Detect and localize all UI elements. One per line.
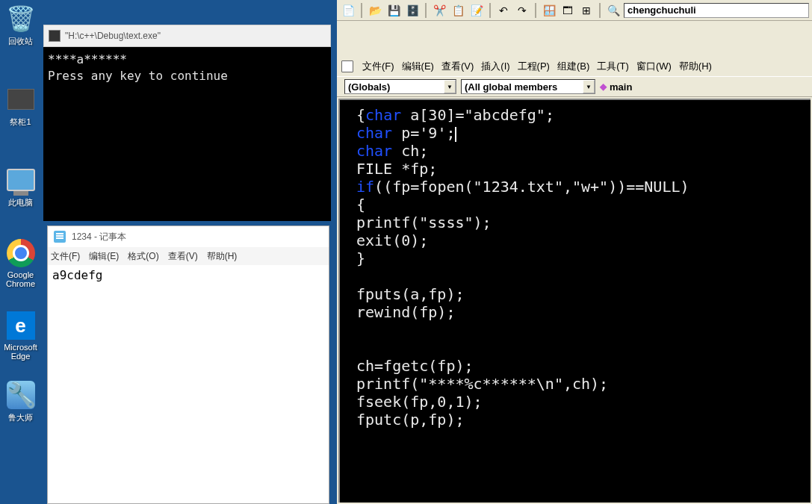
ludashi-label: 鲁大师 — [8, 412, 33, 423]
toolbar-sep — [599, 3, 601, 18]
recycle-bin-glyph: 🗑️ — [6, 4, 36, 34]
ide-spacer — [337, 21, 812, 57]
chrome-label: Google Chrome — [2, 270, 40, 288]
code-editor[interactable]: {char a[30]="abcdefg"; char p='9'; char … — [338, 99, 811, 503]
ide-menu-view[interactable]: 查看(V) — [441, 60, 474, 73]
notepad-titlebar[interactable]: 1234 - 记事本 — [48, 226, 329, 247]
recycle-bin-label: 回收站 — [8, 36, 33, 47]
ide-menu-build[interactable]: 组建(B) — [557, 60, 589, 73]
ide-menu-file[interactable]: 文件(F) — [362, 60, 394, 73]
ide-menu-help[interactable]: 帮助(H) — [679, 60, 712, 73]
ide-toolbar: 📄 📂 💾 🗄️ ✂️ 📋 📝 ↶ ↷ 🪟 🗔 ⊞ 🔍 — [337, 0, 812, 21]
notepad-content[interactable]: a9cdefg — [48, 265, 329, 285]
notepad-menu-format[interactable]: 格式(O) — [128, 250, 158, 263]
save-icon[interactable]: 💾 — [385, 2, 402, 19]
ide-menu-edit[interactable]: 编辑(E) — [402, 60, 434, 73]
toolbar-sep — [535, 3, 536, 18]
desktop-item-2[interactable]: 祭柜1 — [2, 84, 40, 128]
notepad-menu-view[interactable]: 查看(V) — [168, 250, 198, 263]
console-title: "H:\c++\Debug\text.exe" — [65, 31, 161, 41]
folder-dark-icon — [6, 84, 36, 114]
ide-menu-tool[interactable]: 工具(T) — [597, 60, 629, 73]
output-icon[interactable]: 🗔 — [560, 2, 576, 19]
toolbar-sep — [361, 3, 362, 18]
this-pc-label: 此电脑 — [8, 197, 33, 208]
console-output: ****a****** Press any key to continue — [43, 47, 331, 221]
desktop-item-2-label: 祭柜1 — [10, 116, 31, 128]
notepad-menu-file[interactable]: 文件(F) — [51, 250, 80, 263]
console-titlebar[interactable]: "H:\c++\Debug\text.exe" — [43, 25, 331, 47]
chevron-down-icon[interactable]: ▼ — [583, 80, 595, 93]
find-in-files-icon[interactable]: 🔍 — [605, 2, 622, 19]
tile-icon[interactable]: ⊞ — [578, 2, 595, 19]
find-textbox[interactable] — [624, 3, 809, 18]
edge-icon[interactable]: e Microsoft Edge — [2, 311, 40, 361]
ide-menu-project[interactable]: 工程(P) — [518, 60, 550, 73]
ide-panel: 📄 📂 💾 🗄️ ✂️ 📋 📝 ↶ ↷ 🪟 🗔 ⊞ 🔍 文件(F) 编辑(E) … — [337, 0, 812, 504]
chevron-down-icon[interactable]: ▼ — [444, 80, 456, 93]
ide-menu-insert[interactable]: 插入(I) — [481, 60, 509, 73]
function-combo-value: main — [610, 81, 632, 93]
workspace-icon[interactable]: 🪟 — [541, 2, 557, 19]
cut-icon[interactable]: ✂️ — [431, 2, 447, 19]
save-all-icon[interactable]: 🗄️ — [404, 2, 421, 19]
ide-menubar: 文件(F) 编辑(E) 查看(V) 插入(I) 工程(P) 组建(B) 工具(T… — [337, 57, 812, 76]
function-combo[interactable]: ◆ main — [600, 81, 632, 93]
ide-combobar: (Globals) ▼ (All global members ▼ ◆ main — [337, 76, 812, 97]
members-combo[interactable]: (All global members ▼ — [461, 79, 595, 94]
chrome-icon[interactable]: Google Chrome — [2, 238, 40, 288]
paste-icon[interactable]: 📝 — [468, 2, 485, 19]
document-icon[interactable] — [341, 60, 353, 72]
members-combo-value: (All global members — [465, 81, 557, 93]
notepad-menu-edit[interactable]: 编辑(E) — [89, 250, 119, 263]
notepad-title: 1234 - 记事本 — [72, 231, 126, 243]
notepad-window[interactable]: 1234 - 记事本 文件(F) 编辑(E) 格式(O) 查看(V) 帮助(H)… — [47, 225, 329, 504]
chrome-glyph — [6, 238, 36, 268]
scope-combo[interactable]: (Globals) ▼ — [344, 79, 456, 94]
toolbar-sep — [489, 3, 491, 18]
toolbar-sep — [425, 3, 427, 18]
pc-icon — [6, 165, 36, 195]
recycle-bin-icon[interactable]: 🗑️ 回收站 — [2, 4, 40, 47]
function-diamond-icon: ◆ — [600, 81, 607, 92]
undo-icon[interactable]: ↶ — [495, 2, 512, 19]
ide-menu-window[interactable]: 窗口(W) — [636, 60, 672, 73]
scope-combo-value: (Globals) — [348, 81, 390, 93]
redo-icon[interactable]: ↷ — [514, 2, 530, 19]
desktop-icons-column: 🗑️ 回收站 祭柜1 此电脑 Google Chrome e Microsoft… — [0, 0, 41, 504]
edge-glyph: e — [6, 311, 36, 340]
ludashi-icon[interactable]: 🔧 鲁大师 — [2, 380, 40, 423]
new-file-icon[interactable]: 📄 — [340, 2, 356, 19]
open-folder-icon[interactable]: 📂 — [367, 2, 383, 19]
notepad-app-icon — [54, 231, 66, 243]
copy-icon[interactable]: 📋 — [450, 2, 466, 19]
notepad-menu-help[interactable]: 帮助(H) — [207, 250, 238, 263]
edge-label: Microsoft Edge — [2, 343, 40, 361]
console-app-icon — [49, 30, 61, 42]
console-window[interactable]: "H:\c++\Debug\text.exe" ****a****** Pres… — [43, 25, 331, 221]
ludashi-glyph: 🔧 — [6, 380, 36, 410]
this-pc-icon[interactable]: 此电脑 — [2, 165, 40, 208]
notepad-menubar: 文件(F) 编辑(E) 格式(O) 查看(V) 帮助(H) — [48, 247, 329, 265]
